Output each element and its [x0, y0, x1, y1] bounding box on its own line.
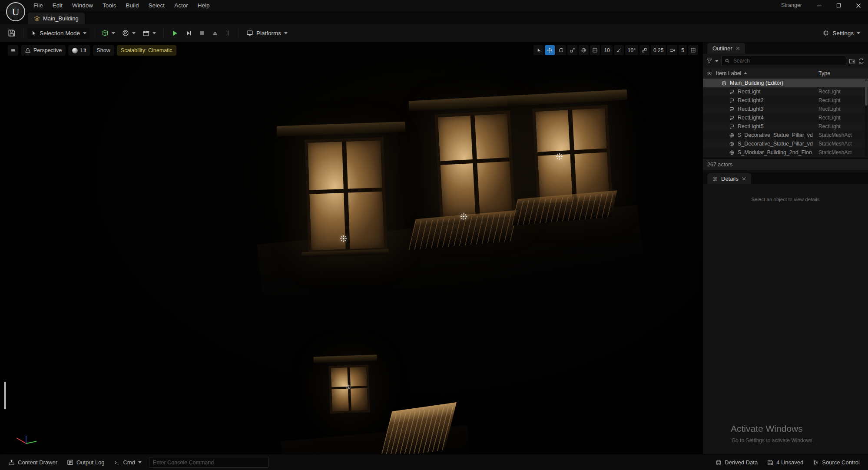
menu-item-select[interactable]: Select	[144, 0, 170, 11]
menu-item-tools[interactable]: Tools	[98, 0, 121, 11]
scalability-warning-badge[interactable]: Scalability: Cinematic	[117, 45, 176, 56]
tab-outliner[interactable]: Outliner	[707, 43, 745, 54]
eject-button[interactable]	[209, 28, 222, 38]
platforms-dropdown[interactable]: Platforms	[243, 27, 291, 39]
outliner-scrollbar-thumb[interactable]	[865, 80, 868, 106]
table-row[interactable]: RectLight5 RectLight	[703, 122, 868, 131]
search-input[interactable]	[732, 57, 843, 64]
play-button[interactable]	[168, 27, 182, 39]
play-options-kebab[interactable]	[222, 28, 235, 38]
selection-mode-dropdown[interactable]: Selection Mode	[27, 28, 90, 39]
settings-dropdown[interactable]: Settings	[819, 27, 864, 39]
settings-label: Settings	[832, 30, 854, 36]
outliner-settings-icon[interactable]	[858, 58, 865, 64]
maximize-viewport-button[interactable]	[688, 45, 698, 55]
tab-main-building[interactable]: Main_Building	[28, 13, 85, 24]
close-icon[interactable]	[848, 0, 868, 11]
lit-ledge[interactable]	[380, 402, 457, 454]
chevron-down-icon	[112, 32, 115, 34]
chevron-down-icon	[152, 32, 156, 34]
close-icon[interactable]	[736, 46, 740, 50]
table-row[interactable]: RectLight3 RectLight	[703, 105, 868, 113]
view-mode-dropdown[interactable]: Lit	[68, 45, 90, 56]
move-tool-button[interactable]	[545, 45, 555, 55]
skip-to-frame-button[interactable]	[182, 28, 195, 39]
select-tool-button[interactable]	[533, 45, 543, 55]
rect-light-sprite-icon[interactable]	[346, 384, 351, 390]
menu-item-window[interactable]: Window	[67, 0, 98, 11]
chevron-down-icon	[132, 32, 136, 34]
maximize-icon[interactable]	[829, 0, 848, 11]
content-drawer-button[interactable]: Content Drawer	[3, 454, 62, 470]
world-local-space-button[interactable]	[579, 45, 589, 55]
derived-data-button[interactable]: Derived Data	[711, 459, 762, 466]
menu-item-edit[interactable]: Edit	[48, 0, 67, 11]
menu-item-file[interactable]: File	[29, 0, 48, 11]
perspective-dropdown[interactable]: Perspective	[21, 45, 66, 56]
unreal-engine-logo-icon[interactable]: U	[6, 2, 25, 21]
stop-button[interactable]	[195, 28, 209, 38]
row-type: RectLight	[818, 89, 841, 95]
camera-speed-button[interactable]	[667, 45, 677, 55]
table-row[interactable]: RectLight RectLight	[703, 87, 868, 96]
rect-light-sprite-icon[interactable]	[340, 235, 347, 242]
level-viewport[interactable]: Perspective Lit Show Scalability: Cinema…	[4, 42, 702, 454]
table-row[interactable]: RectLight2 RectLight	[703, 96, 868, 105]
scale-snap-toggle[interactable]	[639, 45, 649, 55]
save-icon	[8, 29, 16, 37]
menu-item-build[interactable]: Build	[121, 0, 144, 11]
source-control-button[interactable]: Source Control	[808, 459, 865, 466]
create-folder-icon[interactable]	[849, 58, 855, 64]
outliner-row-root[interactable]: Main_Building (Editor)	[703, 79, 868, 87]
column-item-label[interactable]: Item Label	[716, 70, 741, 76]
show-flags-dropdown[interactable]: Show	[93, 45, 114, 56]
column-type[interactable]: Type	[818, 70, 830, 76]
cinematics-dropdown[interactable]	[139, 27, 159, 39]
row-label: S_Modular_Building_2nd_Floo	[738, 149, 812, 156]
activate-windows-watermark: Activate Windows	[731, 424, 803, 434]
save-button[interactable]	[4, 27, 19, 39]
actor-count-label: 267 actors	[707, 162, 732, 168]
lit-window[interactable]	[417, 95, 528, 226]
toolbar-separator	[163, 28, 164, 38]
database-icon	[716, 460, 722, 466]
rotate-tool-button[interactable]	[556, 45, 566, 55]
level-icon	[721, 80, 727, 86]
unsaved-button[interactable]: 4 Unsaved	[762, 459, 808, 466]
table-row[interactable]: S_Decorative_Statue_Pillar_vd StaticMesh…	[703, 131, 868, 139]
filter-icon[interactable]	[706, 58, 712, 64]
window-mullion	[470, 116, 480, 215]
close-icon[interactable]	[742, 177, 746, 181]
scale-tool-button[interactable]	[567, 45, 577, 55]
grid-snap-toggle[interactable]	[590, 45, 600, 55]
rotation-snap-value[interactable]: 10°	[625, 45, 638, 55]
viewport-options-button[interactable]	[8, 45, 18, 56]
blueprints-dropdown[interactable]	[119, 27, 139, 39]
camera-speed-value[interactable]: 5	[679, 45, 687, 55]
output-log-button[interactable]: Output Log	[62, 454, 109, 470]
tab-details[interactable]: Details	[707, 173, 751, 184]
eye-icon[interactable]	[706, 70, 712, 76]
table-row[interactable]: RectLight4 RectLight	[703, 113, 868, 122]
console-command-input[interactable]	[149, 457, 269, 468]
add-actor-dropdown[interactable]	[98, 27, 119, 39]
scale-snap-value[interactable]: 0.25	[651, 45, 666, 55]
grid-icon	[592, 47, 598, 53]
minimize-icon[interactable]	[809, 0, 829, 11]
rect-light-sprite-icon[interactable]	[460, 213, 467, 220]
menu-item-help[interactable]: Help	[193, 0, 215, 11]
row-type: StaticMeshAct	[818, 141, 852, 147]
rotation-snap-toggle[interactable]	[614, 45, 624, 55]
chevron-down-icon	[284, 32, 288, 34]
cmd-dropdown[interactable]: Cmd	[109, 454, 146, 470]
rect-light-sprite-icon[interactable]	[556, 153, 563, 160]
tab-label: Main_Building	[43, 15, 79, 22]
grid-snap-value[interactable]: 10	[601, 45, 612, 55]
table-row[interactable]: S_Modular_Building_2nd_Floo StaticMeshAc…	[703, 148, 868, 157]
chevron-down-icon	[715, 60, 719, 62]
details-sliders-icon	[712, 176, 718, 182]
outliner-status-bar: 267 actors	[703, 159, 868, 170]
menu-item-actor[interactable]: Actor	[169, 0, 193, 11]
sort-ascending-icon	[744, 72, 747, 74]
table-row[interactable]: S_Decorative_Statue_Pillar_vd StaticMesh…	[703, 139, 868, 148]
